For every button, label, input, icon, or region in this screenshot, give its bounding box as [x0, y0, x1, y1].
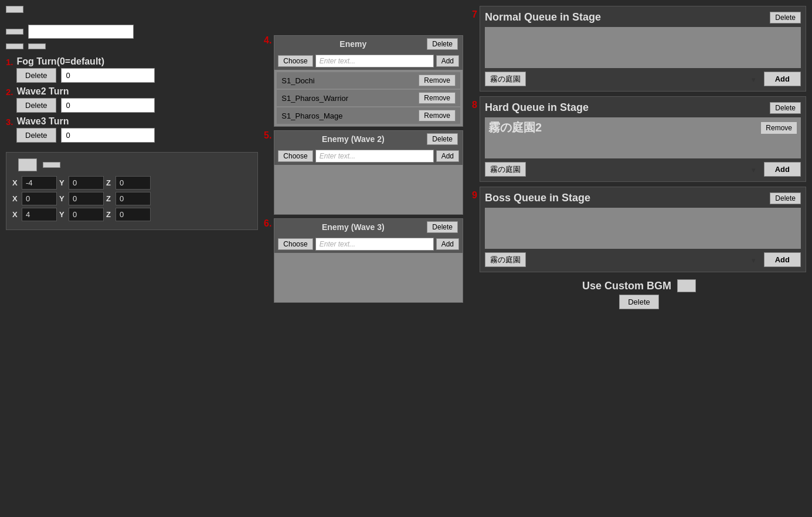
param-header-1: 2. Wave2 Turn — [6, 86, 258, 97]
z-input-2[interactable] — [115, 208, 151, 221]
enemy-choose-0[interactable]: Choose — [278, 55, 312, 67]
custom-pos-delete[interactable] — [43, 162, 60, 168]
queue-remove-1-0[interactable]: Remove — [760, 121, 797, 134]
queue-add-2[interactable]: Add — [764, 252, 801, 267]
enemy-box-0: Enemy Delete Choose Add S1_Dochi Remove … — [274, 35, 463, 127]
delete-button[interactable] — [6, 29, 23, 35]
queue-wrapper-1: 8 Hard Queue in Stage Delete 霧の庭園2 Remov… — [472, 96, 806, 182]
enemy-text-2[interactable] — [315, 238, 434, 251]
queue-item-name-1-0: 霧の庭園2 — [488, 120, 542, 136]
xyz-row-0: X Y Z — [12, 176, 252, 190]
queue-box-1: Hard Queue in Stage Delete 霧の庭園2 Remove … — [480, 96, 806, 182]
enemy-add-1[interactable]: Add — [436, 150, 459, 162]
xyz-row-1: X Y Z — [12, 192, 252, 205]
enemy-list-item-0-0: S1_Dochi Remove — [277, 72, 460, 89]
param-controls-1: Delete — [6, 98, 258, 113]
queue-wrapper-2: 9 Boss Queue in Stage Delete 霧の庭園 Add — [472, 187, 806, 272]
param-item-0: 1. Fog Turn(0=default) Delete — [6, 56, 258, 83]
enemy-add-0[interactable]: Add — [436, 55, 459, 67]
custom-pos-toggle[interactable] — [18, 158, 37, 171]
bgm-toggle[interactable] — [677, 279, 696, 292]
choose-load-row — [6, 43, 258, 49]
enemy-remove-0-0[interactable]: Remove — [419, 75, 456, 86]
enemy-text-0[interactable] — [315, 55, 434, 67]
enemy-box-1: Enemy (Wave 2) Delete Choose Add — [274, 130, 463, 215]
save-go-button[interactable] — [6, 6, 23, 13]
queue-select-1[interactable]: 霧の庭園 — [485, 162, 526, 177]
queue-bottom-0: 霧の庭園 Add — [485, 72, 801, 86]
queue-add-1[interactable]: Add — [764, 162, 801, 177]
enemy-item-name-0-1: S1_Pharos_Warrior — [281, 94, 348, 103]
y-input-0[interactable] — [69, 176, 104, 190]
param-input-2[interactable] — [61, 128, 155, 143]
x-input-1[interactable] — [22, 192, 57, 205]
enemy-num-0: 4. — [264, 35, 271, 46]
enemy-title-2: Enemy (Wave 3) — [279, 222, 427, 232]
param-delete-1[interactable]: Delete — [16, 98, 56, 113]
queue-bottom-2: 霧の庭園 Add — [485, 252, 801, 267]
enemy-delete-0[interactable]: Delete — [427, 38, 458, 50]
bgm-row: Use Custom BGM — [582, 279, 696, 292]
custom-position-box: X Y Z X Y Z X Y Z — [6, 152, 258, 230]
queue-item-1-0: 霧の庭園2 Remove — [485, 117, 801, 138]
param-num-1: 2. — [6, 87, 13, 97]
param-input-0[interactable] — [61, 68, 155, 83]
y-label-2: Y — [59, 210, 66, 219]
param-delete-2[interactable]: Delete — [16, 128, 56, 143]
enemy-controls-1: Choose Add — [274, 147, 463, 165]
load-button[interactable] — [28, 43, 46, 49]
enemy-text-1[interactable] — [315, 150, 434, 163]
z-label-0: Z — [106, 178, 113, 187]
queue-title-1: Hard Queue in Stage — [485, 102, 589, 114]
middle-panel: 4. Enemy Delete Choose Add S1_Dochi Remo… — [264, 35, 463, 511]
enemy-list-2 — [274, 253, 463, 302]
queue-num-0: 7 — [472, 9, 477, 20]
enemy-title-0: Enemy — [279, 39, 427, 49]
queue-header-0: Normal Queue in Stage Delete — [485, 11, 801, 23]
x-input-0[interactable] — [22, 176, 57, 190]
param-input-1[interactable] — [61, 98, 155, 113]
enemy-delete-1[interactable]: Delete — [427, 133, 458, 145]
queue-delete-1[interactable]: Delete — [770, 102, 801, 114]
enemy-remove-0-1[interactable]: Remove — [419, 92, 456, 104]
enemy-delete-2[interactable]: Delete — [427, 221, 458, 233]
y-input-1[interactable] — [69, 192, 104, 205]
enemy-remove-0-2[interactable]: Remove — [419, 110, 456, 121]
enemy-header-1: Enemy (Wave 2) Delete — [274, 131, 463, 147]
x-input-2[interactable] — [22, 208, 57, 221]
y-label-1: Y — [59, 194, 66, 203]
queue-header-2: Boss Queue in Stage Delete — [485, 192, 801, 204]
enemy-list-item-0-2: S1_Pharos_Mage Remove — [277, 107, 460, 124]
queue-select-0[interactable]: 霧の庭園 — [485, 72, 526, 86]
enemy-add-2[interactable]: Add — [436, 238, 459, 250]
text-input[interactable] — [28, 25, 134, 39]
y-input-2[interactable] — [69, 208, 104, 221]
queue-select-wrapper-1: 霧の庭園 — [485, 162, 760, 177]
xyz-row-2: X Y Z — [12, 208, 252, 221]
param-num-0: 1. — [6, 57, 13, 67]
param-delete-0[interactable]: Delete — [16, 68, 56, 83]
custom-position-header — [12, 158, 252, 171]
param-section: 1. Fog Turn(0=default) Delete 2. Wave2 T… — [6, 56, 258, 143]
param-controls-0: Delete — [6, 68, 258, 83]
enemy-choose-2[interactable]: Choose — [278, 238, 312, 250]
choose-button[interactable] — [6, 43, 23, 49]
queue-select-wrapper-0: 霧の庭園 — [485, 72, 760, 86]
z-input-1[interactable] — [115, 192, 151, 205]
xyz-rows: X Y Z X Y Z X Y Z — [12, 176, 252, 221]
queue-select-2[interactable]: 霧の庭園 — [485, 252, 526, 267]
queue-delete-0[interactable]: Delete — [770, 12, 801, 23]
x-label-1: X — [12, 194, 19, 203]
queue-num-1: 8 — [472, 100, 477, 110]
queue-delete-2[interactable]: Delete — [770, 192, 801, 204]
z-label-2: Z — [106, 210, 113, 219]
queue-add-0[interactable]: Add — [764, 72, 801, 86]
enemy-wrapper-0: 4. Enemy Delete Choose Add S1_Dochi Remo… — [264, 35, 463, 127]
enemy-item-name-0-0: S1_Dochi — [281, 76, 314, 85]
enemy-choose-1[interactable]: Choose — [278, 150, 312, 162]
enemy-empty-2 — [274, 254, 463, 301]
z-input-0[interactable] — [115, 176, 151, 190]
enemy-list-0: S1_Dochi Remove S1_Pharos_Warrior Remove… — [274, 70, 463, 126]
queue-content-1: 霧の庭園2 Remove — [485, 117, 801, 158]
bgm-delete[interactable]: Delete — [619, 295, 659, 309]
